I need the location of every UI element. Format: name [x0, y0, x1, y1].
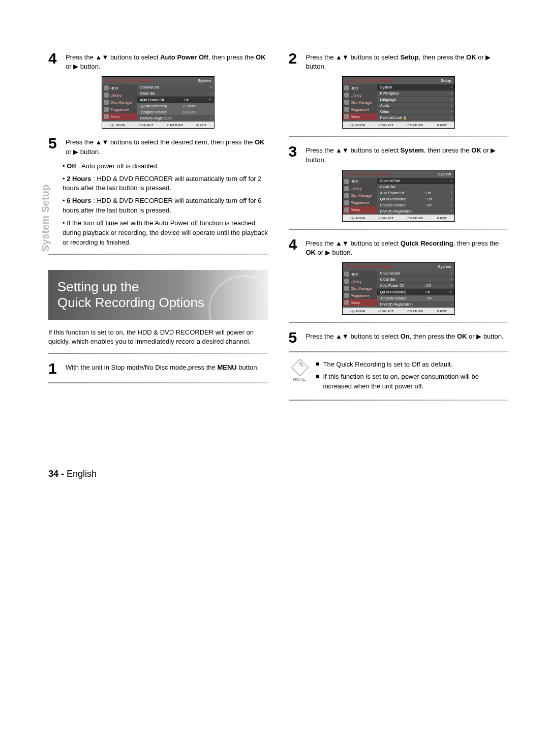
right-step-2: 2 Press the ▲▼ buttons to select Setup, …	[289, 51, 509, 71]
divider	[289, 229, 509, 230]
page-language: English	[67, 469, 97, 479]
step-text: With the unit in Stop mode/No Disc mode,…	[66, 361, 259, 376]
left-column: 4 Press the ▲▼ buttons to select Auto Po…	[48, 51, 268, 408]
note-block: NOTE The Quick Recording is set to Off a…	[289, 359, 509, 394]
osd-screenshot-3: HDD & DVD RECORDERSystemHDDLibraryDisc M…	[342, 170, 455, 222]
right-step-4: 4 Press the ▲▼ buttons to select Quick R…	[289, 237, 509, 257]
divider	[289, 322, 509, 323]
step-text: Press the ▲▼ buttons to select the desir…	[66, 136, 268, 156]
section-banner: Setting up the Quick Recording Options	[48, 270, 268, 320]
step-number: 5	[48, 136, 60, 156]
divider	[289, 400, 509, 401]
step-text: Press the ▲▼ buttons to select On, then …	[306, 330, 504, 345]
left-step-4: 4 Press the ▲▼ buttons to select Auto Po…	[48, 51, 268, 71]
step-text: Press the ▲▼ buttons to select Quick Rec…	[306, 237, 509, 257]
left-step-1: 1 With the unit in Stop mode/No Disc mod…	[48, 361, 268, 376]
note-list: The Quick Recording is set to Off as def…	[316, 359, 509, 394]
right-step-3: 3 Press the ▲▼ buttons to select System,…	[289, 144, 509, 164]
osd-screenshot-4: HDD & DVD RECORDERSystemHDDLibraryDisc M…	[342, 262, 455, 315]
page-footer: 34 - English	[48, 469, 508, 479]
banner-line-1: Setting up the	[57, 279, 259, 295]
right-column: 2 Press the ▲▼ buttons to select Setup, …	[289, 51, 509, 408]
page-number: 34 -	[48, 469, 64, 479]
divider	[48, 254, 268, 255]
note-icon: NOTE	[289, 359, 310, 394]
banner-line-2: Quick Recording Options	[57, 295, 259, 311]
section-tab: System Setup	[40, 185, 51, 252]
divider	[289, 136, 509, 137]
divider	[289, 351, 509, 352]
step-number: 4	[48, 51, 60, 71]
step-text: Press the ▲▼ buttons to select Setup, th…	[306, 51, 509, 71]
intro-text: If this function is set to on, the HDD &…	[48, 328, 268, 347]
options-list: • Off : Auto power off is disabled.• 2 H…	[63, 162, 268, 248]
step-number: 1	[48, 361, 60, 376]
step-text: Press the ▲▼ buttons to select System, t…	[306, 144, 509, 164]
divider	[48, 382, 268, 383]
step-text: Press the ▲▼ buttons to select Auto Powe…	[66, 51, 268, 71]
osd-screenshot-2: HDD & DVD RECORDERSetupHDDLibraryDisc Ma…	[342, 76, 455, 129]
step-number: 4	[289, 237, 301, 257]
step-number: 5	[289, 330, 301, 345]
osd-screenshot-1: HDD & DVD RECORDERSystemHDDLibraryDisc M…	[102, 76, 215, 129]
left-step-5: 5 Press the ▲▼ buttons to select the des…	[48, 136, 268, 156]
right-step-5: 5 Press the ▲▼ buttons to select On, the…	[289, 330, 509, 345]
divider	[48, 353, 268, 354]
step-number: 3	[289, 144, 301, 164]
step-number: 2	[289, 51, 301, 71]
